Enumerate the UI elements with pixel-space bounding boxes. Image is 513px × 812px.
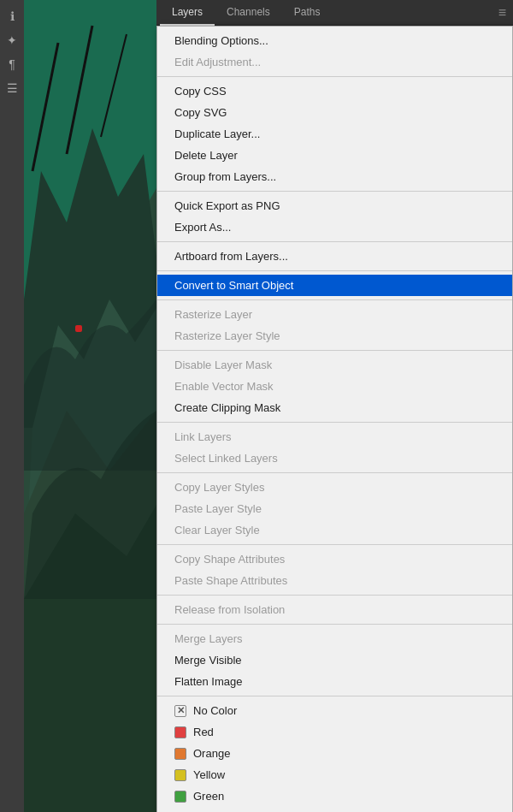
menu-item-label-copy-svg: Copy SVG bbox=[174, 106, 227, 119]
context-menu: Blending Options...Edit Adjustment...Cop… bbox=[156, 26, 513, 812]
menu-item-label-edit-adjustment: Edit Adjustment... bbox=[174, 56, 261, 68]
menu-item-merge-visible[interactable]: Merge Visible bbox=[157, 649, 512, 671]
menu-separator bbox=[157, 595, 512, 596]
menu-separator bbox=[157, 270, 512, 271]
menu-item-copy-svg[interactable]: Copy SVG bbox=[157, 102, 512, 123]
menu-item-edit-adjustment: Edit Adjustment... bbox=[157, 51, 512, 73]
menu-item-enable-vector-mask: Enable Vector Mask bbox=[157, 376, 512, 397]
menu-item-delete-layer[interactable]: Delete Layer bbox=[157, 145, 512, 166]
menu-item-label-merge-visible: Merge Visible bbox=[174, 654, 242, 667]
no-color-x: ✕ bbox=[177, 705, 185, 716]
color-swatch-red bbox=[174, 726, 186, 738]
menu-item-label-rasterize-layer: Rasterize Layer bbox=[174, 308, 252, 321]
menu-item-label-copy-css: Copy CSS bbox=[174, 85, 227, 98]
menu-item-select-linked-layers: Select Linked Layers bbox=[157, 447, 512, 469]
color-swatch-orange bbox=[174, 748, 186, 760]
menu-item-create-clipping-mask[interactable]: Create Clipping Mask bbox=[157, 397, 512, 418]
tab-channels[interactable]: Channels bbox=[215, 0, 282, 26]
tool-icon-4[interactable]: ☰ bbox=[3, 79, 21, 98]
menu-item-label-enable-vector-mask: Enable Vector Mask bbox=[174, 380, 274, 393]
menu-item-label-convert-smart-object: Convert to Smart Object bbox=[174, 279, 293, 292]
menu-item-label-copy-layer-styles: Copy Layer Styles bbox=[174, 481, 265, 494]
menu-item-label-disable-layer-mask: Disable Layer Mask bbox=[174, 359, 272, 371]
menu-separator bbox=[157, 544, 512, 545]
menu-item-disable-layer-mask: Disable Layer Mask bbox=[157, 354, 512, 376]
menu-item-label-duplicate-layer: Duplicate Layer... bbox=[174, 127, 260, 140]
info-icon[interactable]: ℹ bbox=[3, 7, 21, 26]
menu-separator bbox=[157, 422, 512, 423]
menu-item-blending-options[interactable]: Blending Options... bbox=[157, 30, 512, 51]
menu-item-label-rasterize-layer-style: Rasterize Layer Style bbox=[174, 329, 280, 342]
menu-item-rasterize-layer-style: Rasterize Layer Style bbox=[157, 325, 512, 347]
menu-item-blue[interactable]: Blue bbox=[157, 807, 512, 812]
menu-item-label-release-from-isolation: Release from Isolation bbox=[174, 603, 285, 616]
menu-item-label-no-color: No Color bbox=[193, 704, 237, 717]
menu-separator bbox=[157, 191, 512, 192]
menu-item-label-copy-shape-attributes: Copy Shape Attributes bbox=[174, 553, 285, 566]
panel-tabs-bar: Layers Channels Paths ≡ bbox=[156, 0, 513, 26]
tab-paths[interactable]: Paths bbox=[282, 0, 333, 26]
menu-item-merge-layers: Merge Layers bbox=[157, 628, 512, 649]
tool-icon-2[interactable]: ✦ bbox=[3, 31, 21, 50]
menu-item-no-color[interactable]: ✕No Color bbox=[157, 700, 512, 721]
menu-item-red[interactable]: Red bbox=[157, 721, 512, 743]
menu-item-release-from-isolation: Release from Isolation bbox=[157, 599, 512, 620]
menu-item-label-paste-layer-style: Paste Layer Style bbox=[174, 502, 262, 515]
menu-item-export-as[interactable]: Export As... bbox=[157, 216, 512, 238]
menu-item-label-export-as: Export As... bbox=[174, 221, 231, 234]
menu-item-label-artboard-from-layers: Artboard from Layers... bbox=[174, 250, 288, 263]
menu-item-label-yellow: Yellow bbox=[193, 768, 225, 781]
menu-separator bbox=[157, 241, 512, 242]
menu-item-yellow[interactable]: Yellow bbox=[157, 764, 512, 785]
menu-item-artboard-from-layers[interactable]: Artboard from Layers... bbox=[157, 246, 512, 267]
menu-separator bbox=[157, 472, 512, 473]
color-swatch-no-color: ✕ bbox=[174, 705, 186, 717]
tool-icon-3[interactable]: ¶ bbox=[3, 55, 21, 74]
menu-item-paste-shape-attributes: Paste Shape Attributes bbox=[157, 570, 512, 591]
menu-item-group-from-layers[interactable]: Group from Layers... bbox=[157, 166, 512, 187]
svg-rect-9 bbox=[75, 325, 82, 332]
menu-item-label-quick-export-png: Quick Export as PNG bbox=[174, 199, 280, 212]
menu-item-label-flatten-image: Flatten Image bbox=[174, 675, 243, 688]
menu-item-label-select-linked-layers: Select Linked Layers bbox=[174, 452, 278, 465]
menu-item-label-orange: Orange bbox=[193, 747, 230, 760]
menu-item-label-green: Green bbox=[193, 790, 224, 803]
menu-item-clear-layer-style: Clear Layer Style bbox=[157, 519, 512, 541]
canvas-area bbox=[24, 0, 156, 812]
menu-item-orange[interactable]: Orange bbox=[157, 743, 512, 764]
panel-menu-icon[interactable]: ≡ bbox=[498, 5, 506, 21]
menu-separator bbox=[157, 76, 512, 77]
menu-separator bbox=[157, 696, 512, 696]
color-swatch-green bbox=[174, 791, 186, 803]
menu-separator bbox=[157, 350, 512, 351]
menu-item-label-group-from-layers: Group from Layers... bbox=[174, 170, 276, 183]
menu-separator bbox=[157, 299, 512, 300]
menu-item-copy-layer-styles: Copy Layer Styles bbox=[157, 477, 512, 498]
menu-item-label-clear-layer-style: Clear Layer Style bbox=[174, 524, 260, 536]
menu-item-paste-layer-style: Paste Layer Style bbox=[157, 498, 512, 519]
menu-item-label-merge-layers: Merge Layers bbox=[174, 632, 242, 645]
menu-item-rasterize-layer: Rasterize Layer bbox=[157, 304, 512, 325]
menu-item-duplicate-layer[interactable]: Duplicate Layer... bbox=[157, 123, 512, 145]
menu-item-label-blending-options: Blending Options... bbox=[174, 34, 268, 47]
menu-item-label-red: Red bbox=[193, 726, 214, 738]
menu-item-green[interactable]: Green bbox=[157, 785, 512, 807]
menu-item-flatten-image[interactable]: Flatten Image bbox=[157, 671, 512, 692]
menu-item-label-create-clipping-mask: Create Clipping Mask bbox=[174, 401, 280, 414]
menu-item-copy-shape-attributes: Copy Shape Attributes bbox=[157, 548, 512, 570]
menu-item-label-link-layers: Link Layers bbox=[174, 430, 231, 443]
menu-item-link-layers: Link Layers bbox=[157, 426, 512, 447]
menu-item-copy-css[interactable]: Copy CSS bbox=[157, 80, 512, 102]
tab-layers[interactable]: Layers bbox=[160, 0, 215, 26]
color-swatch-yellow bbox=[174, 769, 186, 781]
menu-item-label-paste-shape-attributes: Paste Shape Attributes bbox=[174, 574, 287, 587]
menu-separator bbox=[157, 624, 512, 625]
menu-item-label-delete-layer: Delete Layer bbox=[174, 149, 238, 162]
menu-item-convert-smart-object[interactable]: Convert to Smart Object bbox=[157, 275, 512, 296]
menu-item-quick-export-png[interactable]: Quick Export as PNG bbox=[157, 195, 512, 216]
layers-panel: Layers Channels Paths ≡ 🔍 Kind ▾ ▣ ◎ T ⬡… bbox=[156, 0, 513, 812]
left-toolbar: ℹ ✦ ¶ ☰ bbox=[0, 0, 24, 812]
